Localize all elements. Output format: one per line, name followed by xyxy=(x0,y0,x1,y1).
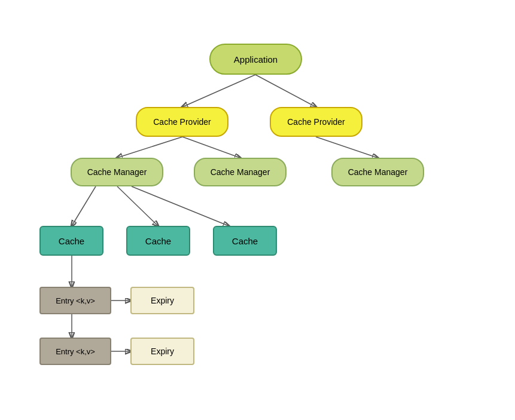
application-label: Application xyxy=(234,54,278,65)
entry-2-node: Entry <k,v> xyxy=(39,338,111,365)
cache-manager-2-node: Cache Manager xyxy=(194,158,287,186)
entry-1-node: Entry <k,v> xyxy=(39,287,111,314)
cache-3-node: Cache xyxy=(213,226,277,256)
cache-1-node: Cache xyxy=(39,226,103,256)
cache-manager-3-label: Cache Manager xyxy=(348,167,408,177)
cache-manager-1-node: Cache Manager xyxy=(71,158,163,186)
svg-line-0 xyxy=(182,75,255,107)
cache-manager-2-label: Cache Manager xyxy=(211,167,270,177)
expiry-1-node: Expiry xyxy=(130,287,194,314)
svg-line-6 xyxy=(117,186,158,226)
svg-line-1 xyxy=(255,75,316,107)
cache-manager-3-node: Cache Manager xyxy=(331,158,424,186)
cache-1-label: Cache xyxy=(59,236,84,246)
application-node: Application xyxy=(209,44,302,75)
svg-line-2 xyxy=(117,137,182,158)
svg-line-4 xyxy=(316,137,377,158)
cache-2-node: Cache xyxy=(126,226,190,256)
expiry-2-label: Expiry xyxy=(151,347,174,356)
entry-2-label: Entry <k,v> xyxy=(56,347,95,356)
cache-provider-1-node: Cache Provider xyxy=(136,107,228,137)
cache-provider-2-label: Cache Provider xyxy=(287,117,345,127)
cache-manager-1-label: Cache Manager xyxy=(87,167,147,177)
cache-2-label: Cache xyxy=(145,236,171,246)
entry-1-label: Entry <k,v> xyxy=(56,296,95,305)
expiry-1-label: Expiry xyxy=(151,296,174,305)
svg-line-3 xyxy=(182,137,240,158)
svg-line-7 xyxy=(132,186,228,226)
diagram: Application Cache Provider Cache Provide… xyxy=(0,0,515,420)
cache-provider-1-label: Cache Provider xyxy=(153,117,211,127)
svg-line-5 xyxy=(72,186,96,226)
cache-provider-2-node: Cache Provider xyxy=(270,107,362,137)
expiry-2-node: Expiry xyxy=(130,338,194,365)
cache-3-label: Cache xyxy=(232,236,258,246)
